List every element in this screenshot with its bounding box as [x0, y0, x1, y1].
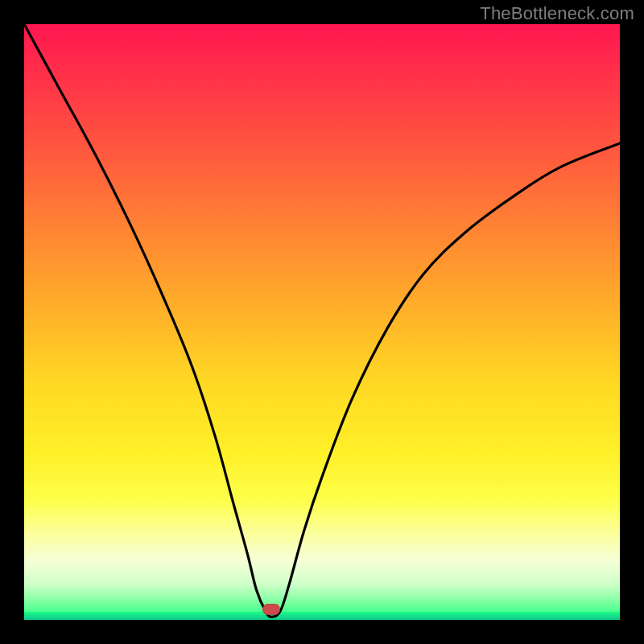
chart-frame: TheBottleneck.com	[0, 0, 644, 644]
watermark-text: TheBottleneck.com	[480, 3, 634, 24]
plot-area	[24, 24, 620, 620]
optimum-marker	[262, 604, 280, 615]
bottleneck-curve	[24, 24, 620, 620]
curve-path	[24, 24, 620, 617]
